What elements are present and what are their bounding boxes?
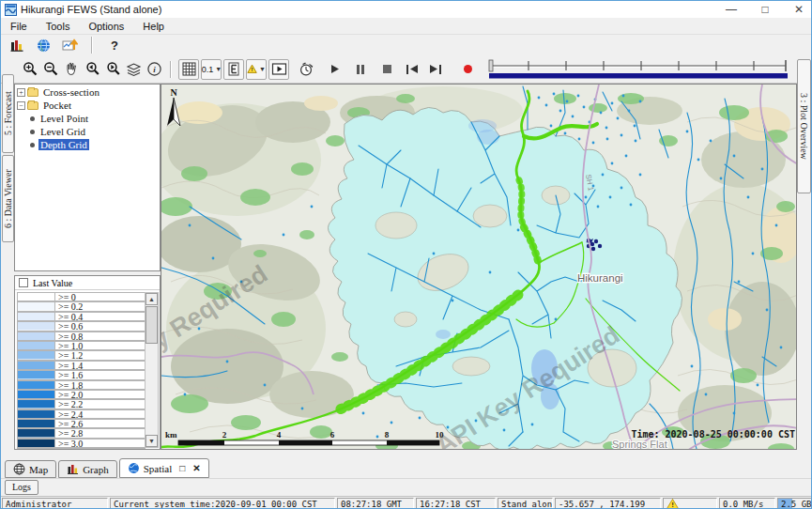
scroll-up-icon[interactable]: ▲ <box>146 293 158 305</box>
tree-item-label: Level Grid <box>38 126 87 137</box>
tab-maximize-icon[interactable]: □ <box>179 463 185 473</box>
grid-display-button[interactable] <box>178 59 199 80</box>
legend-panel: Last Value >= 0 >= 0.2 >= 0.4 >= 0.6 >= … <box>14 275 161 450</box>
tree-item-pocket[interactable]: − Pocket <box>15 100 160 111</box>
legend-row: >= 2.4 <box>17 409 146 419</box>
map-globe-icon <box>13 463 25 475</box>
minimize-button[interactable]: — <box>725 3 738 16</box>
animation-button[interactable] <box>268 59 289 80</box>
sidebar-tab-data-viewer[interactable]: 6 : Data Viewer <box>2 155 14 242</box>
pause-button[interactable] <box>350 59 371 80</box>
stop-button[interactable] <box>376 59 397 80</box>
tab-spatial[interactable]: Spatial □ ✕ <box>119 458 209 478</box>
sidebar-tab-plot-overview[interactable]: 3 : Plot Overview <box>797 59 811 193</box>
status-bar: Administrator Current system time:2020-0… <box>1 496 812 509</box>
bullet-icon <box>30 130 35 134</box>
status-memory: 2.5 GB <box>777 498 812 509</box>
toolbar-separator <box>170 61 172 78</box>
legend-row: >= 2.8 <box>17 428 146 438</box>
legend-button[interactable] <box>223 59 244 80</box>
legend-row: >= 1.2 <box>17 350 146 360</box>
tree-item-label: Pocket <box>41 100 73 111</box>
last-value-checkbox[interactable] <box>19 278 28 287</box>
help-button[interactable]: ? <box>104 35 125 55</box>
collapse-icon[interactable]: − <box>17 101 25 110</box>
expand-icon[interactable]: + <box>17 88 25 97</box>
legend-row: >= 0 <box>17 292 146 301</box>
timer-settings-button[interactable] <box>296 59 316 80</box>
status-local-time: 16:27:18 CST <box>416 498 496 509</box>
legend-scrollbar[interactable]: ▲ ▼ <box>145 292 159 448</box>
bar-chart-icon <box>9 38 25 54</box>
play-button[interactable] <box>324 59 345 80</box>
status-user: Administrator <box>2 498 108 509</box>
tab-spatial-label: Spatial <box>144 463 173 474</box>
tree-item-depth-grid[interactable]: Depth Grid <box>28 139 160 150</box>
info-button[interactable]: i <box>144 59 164 80</box>
menu-options[interactable]: Options <box>79 21 133 32</box>
scroll-down-icon[interactable]: ▼ <box>146 435 158 447</box>
logs-row: Logs <box>1 478 812 496</box>
layers-button[interactable] <box>123 59 144 80</box>
spatial-globe-icon <box>128 462 140 474</box>
last-value-label: Last Value <box>33 278 72 288</box>
status-network-rate: 0.0 MB/s <box>719 498 775 509</box>
zoom-next-button[interactable] <box>102 59 123 80</box>
spatial-display-button[interactable] <box>33 35 54 55</box>
step-first-button[interactable] <box>403 59 423 80</box>
folder-icon <box>27 88 38 97</box>
legend-row: >= 2.0 <box>17 390 146 399</box>
status-system-time: Current system time:2020-09-01 00:00 CST <box>110 498 335 509</box>
tree-item-label-selected: Depth Grid <box>38 139 89 150</box>
tree-item-level-point[interactable]: Level Point <box>28 113 160 124</box>
data-viewer-panel: + Cross-section − Pocket Level Point Lev… <box>14 84 161 450</box>
tree-item-level-grid[interactable]: Level Grid <box>28 126 160 137</box>
zoom-in-button[interactable] <box>20 59 40 80</box>
tab-map-label: Map <box>29 464 48 475</box>
tree-item-cross-section[interactable]: + Cross-section <box>15 86 160 98</box>
town-label: Hikurangi <box>577 272 623 284</box>
play-icon <box>329 63 341 75</box>
tab-graph[interactable]: Graph <box>58 460 117 478</box>
contour-interval-dropdown[interactable]: 0.1 ▼ <box>201 59 222 80</box>
svg-text:i: i <box>153 65 156 74</box>
menu-help[interactable]: Help <box>133 21 174 32</box>
close-button[interactable]: ✕ <box>792 3 805 16</box>
toolbar-separator <box>91 37 93 54</box>
tab-map[interactable]: Map <box>5 460 56 478</box>
step-last-icon <box>439 65 441 74</box>
tree-item-label: Cross-section <box>41 86 101 98</box>
warning-dropdown[interactable]: ! ▼ <box>246 59 267 80</box>
legend-row: >= 3.2 <box>17 448 146 450</box>
map-canvas: SH 1 API Key Required API Key Required H… <box>161 85 797 450</box>
status-alerts[interactable]: ! <box>663 498 717 509</box>
legend-row: >= 1.0 <box>17 341 146 350</box>
sidebar-tab-forecast[interactable]: 5 : Forecast <box>2 74 14 153</box>
scroll-thumb[interactable] <box>146 306 158 344</box>
sidebar-tab-data-viewer-label: 6 : Data Viewer <box>3 169 13 228</box>
step-last-button[interactable] <box>423 59 444 80</box>
timeline-slider[interactable] <box>487 57 789 82</box>
spatial-map[interactable]: SH 1 API Key Required API Key Required H… <box>161 84 797 450</box>
svg-text:!: ! <box>252 67 253 72</box>
record-button[interactable] <box>457 59 478 80</box>
database-display-button[interactable] <box>7 35 27 55</box>
folder-open-icon <box>27 101 38 110</box>
timeseries-icon <box>62 38 78 54</box>
logs-tab[interactable]: Logs <box>5 480 38 495</box>
timeseries-dialog-button[interactable] <box>59 35 80 55</box>
pan-button[interactable] <box>61 59 82 80</box>
status-coordinates: -35.657 , 174.199 <box>555 498 661 509</box>
sidebar-tab-plot-overview-label: 3 : Plot Overview <box>799 93 809 160</box>
menu-tools[interactable]: Tools <box>37 21 80 32</box>
zoom-next-icon <box>105 61 121 77</box>
status-gmt-time: 08:27:18 GMT <box>337 498 414 509</box>
tree-item-label: Level Point <box>38 113 90 124</box>
zoom-out-button[interactable] <box>40 59 61 80</box>
menu-file[interactable]: File <box>1 21 37 32</box>
chevron-down-icon: ▼ <box>215 66 222 72</box>
tab-close-icon[interactable]: ✕ <box>192 463 200 473</box>
svg-text:10: 10 <box>436 430 445 440</box>
zoom-previous-button[interactable] <box>82 59 102 80</box>
maximize-button[interactable]: □ <box>758 3 772 16</box>
